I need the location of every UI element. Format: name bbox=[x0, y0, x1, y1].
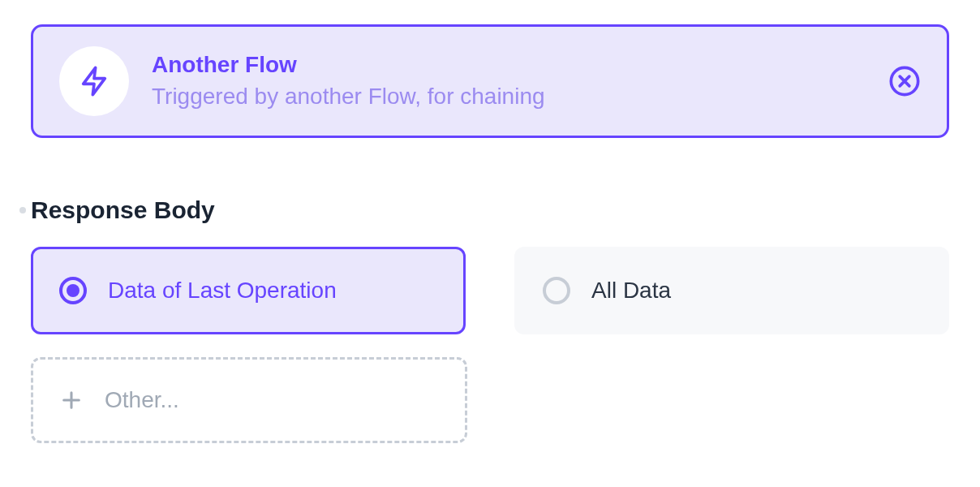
radio-unselected-icon bbox=[543, 277, 570, 304]
plus-icon bbox=[60, 389, 83, 412]
option-last-operation[interactable]: Data of Last Operation bbox=[31, 247, 466, 334]
option-label: All Data bbox=[591, 278, 671, 304]
trigger-title: Another Flow bbox=[152, 51, 888, 79]
section-heading: Response Body bbox=[31, 196, 949, 224]
option-label: Other... bbox=[105, 387, 179, 413]
plus-icon-wrapper bbox=[59, 388, 84, 412]
bolt-icon bbox=[78, 65, 110, 97]
remove-trigger-button[interactable] bbox=[888, 65, 921, 97]
trigger-icon-wrapper bbox=[59, 46, 129, 116]
option-other[interactable]: Other... bbox=[31, 357, 467, 443]
option-all-data[interactable]: All Data bbox=[514, 247, 949, 334]
close-circle-icon bbox=[888, 65, 921, 97]
option-label: Data of Last Operation bbox=[108, 278, 337, 304]
response-body-options: Data of Last Operation All Data bbox=[31, 247, 949, 334]
radio-selected-icon bbox=[59, 277, 87, 304]
section-title: Response Body bbox=[31, 196, 215, 224]
bullet-icon bbox=[19, 207, 26, 213]
trigger-card: Another Flow Triggered by another Flow, … bbox=[31, 24, 949, 138]
trigger-text: Another Flow Triggered by another Flow, … bbox=[152, 51, 888, 111]
trigger-subtitle: Triggered by another Flow, for chaining bbox=[152, 82, 888, 111]
